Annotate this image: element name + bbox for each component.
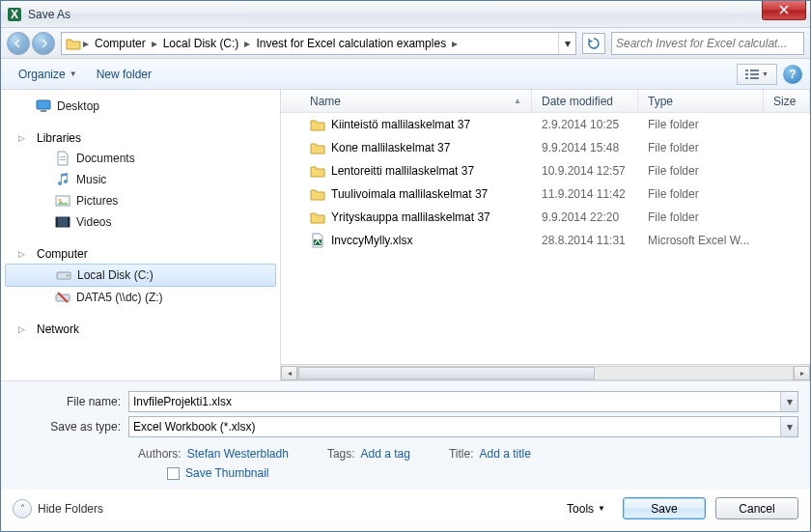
chevron-down-icon: ▼	[70, 70, 77, 78]
address-row: ▸ Computer ▸ Local Disk (C:) ▸ Invest fo…	[1, 28, 810, 59]
nav-back-button[interactable]	[7, 32, 30, 55]
folder-icon	[310, 163, 325, 179]
view-options-button[interactable]: ▼	[737, 64, 777, 85]
close-button[interactable]	[762, 1, 806, 20]
save-button[interactable]: Save	[623, 497, 706, 519]
title-value[interactable]: Add a title	[480, 447, 531, 461]
authors-label: Authors:	[138, 447, 182, 461]
tree-network-drive[interactable]: DATA5 (\\dc) (Z:)	[1, 287, 280, 308]
tree-pictures[interactable]: Pictures	[1, 190, 280, 211]
save-thumbnail-row: Save Thumbnail	[167, 466, 798, 480]
search-input[interactable]	[616, 37, 799, 50]
folder-icon	[310, 186, 325, 202]
window-title: Save As	[28, 8, 70, 21]
search-box[interactable]	[611, 32, 804, 55]
save-as-dialog: X Save As ▸ Computer ▸ Local Disk (C:) ▸…	[0, 0, 811, 532]
tree-music[interactable]: Music	[1, 169, 280, 190]
scroll-left-icon[interactable]: ◂	[281, 366, 297, 380]
column-type[interactable]: Type	[638, 90, 764, 112]
chevron-down-icon: ▼	[598, 504, 605, 513]
desktop-icon	[36, 98, 51, 114]
tags-value[interactable]: Add a tag	[361, 447, 410, 461]
refresh-button[interactable]	[582, 33, 605, 54]
svg-rect-19	[68, 217, 70, 227]
bottom-panel: File name: InvfileProjekti1.xlsx ▾ Save …	[1, 380, 810, 490]
music-icon	[55, 172, 70, 187]
excel-file-icon: X	[310, 233, 325, 248]
svg-rect-14	[60, 159, 66, 160]
breadcrumb-bar[interactable]: ▸ Computer ▸ Local Disk (C:) ▸ Invest fo…	[61, 32, 576, 55]
svg-rect-2	[745, 70, 748, 71]
list-item[interactable]: Lentoreitti mallilaskelmat 37 10.9.2014 …	[281, 159, 810, 182]
scroll-right-icon[interactable]: ▸	[794, 366, 810, 380]
saveastype-select[interactable]: Excel Workbook (*.xlsx) ▾	[128, 416, 798, 437]
tree-videos[interactable]: Videos	[1, 211, 280, 233]
breadcrumb-computer[interactable]: Computer	[91, 37, 150, 50]
navigation-tree[interactable]: Desktop ▷ Libraries Documents Music Pict…	[1, 90, 281, 380]
svg-rect-9	[41, 110, 46, 112]
organize-button[interactable]: Organize ▼	[9, 64, 87, 85]
tree-expand-icon[interactable]: ▷	[18, 324, 25, 334]
tree-libraries[interactable]: ▷ Libraries	[1, 128, 280, 148]
toolbar: Organize ▼ New folder ▼ ?	[1, 59, 810, 90]
column-size[interactable]: Size	[764, 90, 810, 112]
file-list[interactable]: Kiinteistö mallilaskelmat 37 2.9.2014 10…	[281, 113, 810, 364]
breadcrumb-separator-icon: ▸	[450, 37, 460, 50]
svg-rect-13	[60, 156, 66, 157]
footer: ˄ Hide Folders Tools▼ Save Cancel	[1, 490, 810, 531]
chevron-down-icon[interactable]: ▾	[780, 392, 797, 411]
tree-desktop[interactable]: Desktop	[1, 96, 280, 117]
svg-rect-4	[745, 73, 748, 75]
horizontal-scrollbar[interactable]: ◂ ▸	[281, 364, 810, 380]
svg-rect-6	[745, 77, 748, 79]
chevron-down-icon[interactable]: ▾	[780, 417, 797, 436]
svg-rect-8	[37, 100, 50, 109]
help-button[interactable]: ?	[783, 65, 802, 84]
filename-input[interactable]: InvfileProjekti1.xlsx ▾	[128, 391, 798, 412]
tree-computer[interactable]: ▷ Computer	[1, 244, 280, 264]
svg-rect-3	[750, 70, 759, 71]
videos-icon	[55, 214, 70, 230]
titlebar: X Save As	[1, 1, 810, 28]
cancel-button[interactable]: Cancel	[715, 497, 798, 519]
tree-documents[interactable]: Documents	[1, 148, 280, 169]
tags-label: Tags:	[327, 447, 355, 461]
nav-arrows	[7, 32, 55, 55]
list-item[interactable]: Yrityskauppa mallilaskelmat 37 9.9.2014 …	[281, 206, 810, 229]
list-item[interactable]: Tuulivoimala mallilaskelmat 37 11.9.2014…	[281, 182, 810, 206]
excel-app-icon: X	[7, 7, 22, 22]
hide-folders-button[interactable]: ˄ Hide Folders	[13, 499, 103, 518]
folder-icon	[310, 140, 325, 155]
scroll-track[interactable]	[297, 366, 794, 380]
sort-asc-icon: ▲	[514, 97, 521, 105]
column-date[interactable]: Date modified	[532, 90, 638, 112]
nav-forward-button[interactable]	[32, 32, 55, 55]
svg-text:X: X	[314, 234, 322, 247]
tools-menu[interactable]: Tools▼	[567, 502, 605, 516]
save-thumbnail-label[interactable]: Save Thumbnail	[185, 466, 269, 480]
tree-local-disk[interactable]: Local Disk (C:)	[5, 264, 276, 287]
breadcrumb-folder[interactable]: Invest for Excel calculation examples	[252, 37, 450, 50]
tree-expand-icon[interactable]: ▷	[18, 133, 25, 143]
svg-rect-18	[56, 217, 58, 227]
breadcrumb-local-disk[interactable]: Local Disk (C:)	[159, 37, 243, 50]
list-item[interactable]: Kiinteistö mallilaskelmat 37 2.9.2014 10…	[281, 113, 810, 136]
column-headers: Name▲ Date modified Type Size	[281, 90, 810, 113]
tree-network[interactable]: ▷ Network	[1, 320, 280, 339]
svg-point-23	[67, 275, 69, 277]
column-name[interactable]: Name▲	[281, 90, 532, 112]
svg-rect-5	[750, 73, 759, 75]
filename-label: File name:	[13, 395, 128, 408]
list-item[interactable]: XInvccyMylly.xlsx 28.8.2014 11:31 Micros…	[281, 229, 810, 252]
saveastype-label: Save as type:	[13, 420, 128, 434]
save-thumbnail-checkbox[interactable]	[167, 467, 180, 480]
authors-value[interactable]: Stefan Westerbladh	[187, 447, 289, 461]
tree-expand-icon[interactable]: ▷	[18, 249, 25, 259]
folder-icon	[310, 117, 325, 132]
new-folder-button[interactable]: New folder	[87, 64, 161, 85]
list-item[interactable]: Kone mallilaskelmat 37 9.9.2014 15:48 Fi…	[281, 136, 810, 159]
main-area: Desktop ▷ Libraries Documents Music Pict…	[1, 90, 810, 380]
svg-text:X: X	[11, 8, 18, 21]
scroll-thumb[interactable]	[298, 367, 595, 379]
address-dropdown-icon[interactable]: ▾	[558, 33, 575, 54]
